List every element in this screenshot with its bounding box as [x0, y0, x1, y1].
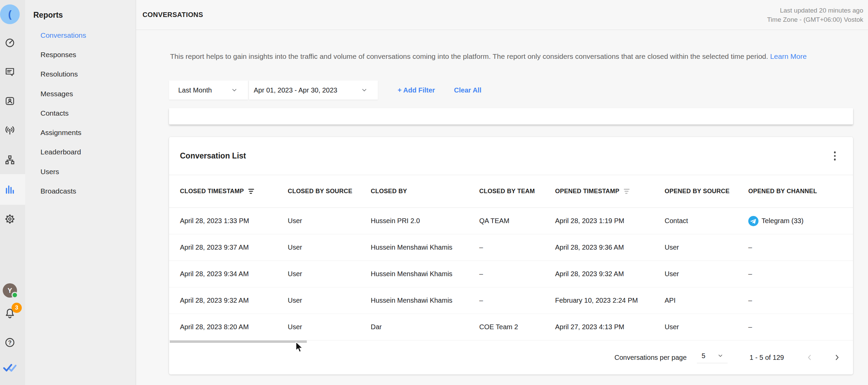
reports-icon[interactable] — [4, 184, 16, 195]
notifications-bell-icon[interactable]: 3 — [4, 307, 16, 320]
col-closed-by: CLOSED BY — [371, 188, 479, 195]
col-opened-by-channel: OPENED BY CHANNEL — [748, 188, 853, 195]
period-dropdown[interactable]: Last Month — [169, 81, 248, 100]
chevron-down-icon — [717, 353, 723, 359]
settings-gear-icon[interactable] — [4, 213, 16, 225]
col-closed-by-source: CLOSED BY SOURCE — [288, 188, 371, 195]
kebab-menu-icon[interactable] — [832, 149, 838, 163]
reports-sidebar: Reports Conversations Responses Resoluti… — [25, 0, 136, 385]
nav-item-leaderboard[interactable]: Leaderboard — [40, 143, 132, 162]
channel-cell: Telegram (33) — [748, 216, 853, 226]
table-row: April 28, 2023 9:32 AM User Hussein Mens… — [169, 287, 853, 314]
next-page-button[interactable] — [833, 353, 841, 362]
report-nav-list: Conversations Responses Resolutions Mess… — [40, 26, 132, 201]
chevron-down-icon — [231, 87, 238, 94]
page-title: CONVERSATIONS — [143, 11, 203, 19]
dashboard-icon[interactable] — [4, 37, 16, 49]
page-size-select[interactable]: 5 — [697, 352, 728, 363]
notification-badge: 3 — [12, 303, 22, 313]
per-page-label: Conversations per page — [614, 354, 686, 362]
table-row: April 28, 2023 9:34 AM User Hussein Mens… — [169, 261, 853, 287]
pagination-range: 1 - 5 of 129 — [750, 354, 784, 362]
date-range-value: Apr 01, 2023 - Apr 30, 2023 — [254, 86, 337, 94]
learn-more-link[interactable]: Learn More — [770, 52, 806, 60]
icon-rail: ( — [0, 0, 25, 385]
nav-item-responses[interactable]: Responses — [40, 45, 132, 64]
mouse-cursor — [295, 341, 304, 353]
card-title: Conversation List — [180, 151, 246, 161]
table-row: April 28, 2023 9:37 AM User Hussein Mens… — [169, 234, 853, 261]
sidebar-title: Reports — [33, 11, 63, 20]
date-range-dropdown[interactable]: Apr 01, 2023 - Apr 30, 2023 — [249, 81, 378, 100]
user-avatar-initial: Y — [7, 287, 12, 295]
nav-item-resolutions[interactable]: Resolutions — [40, 65, 132, 84]
nav-item-users[interactable]: Users — [40, 162, 132, 181]
sort-inactive-icon[interactable] — [624, 189, 630, 194]
col-closed-by-team: CLOSED BY TEAM — [479, 188, 555, 195]
page-header: CONVERSATIONS Last updated 20 minutes ag… — [136, 0, 868, 30]
contacts-icon[interactable] — [4, 96, 16, 107]
telegram-icon — [748, 216, 758, 226]
workspace-avatar-initial: ( — [0, 4, 20, 24]
page-size-value: 5 — [702, 352, 705, 360]
col-closed-timestamp: CLOSED TIMESTAMP — [180, 188, 288, 195]
card-header: Conversation List — [169, 137, 853, 175]
report-description: This report helps to gain insights into … — [170, 50, 847, 63]
table-row: April 28, 2023 1:33 PM User Hussein PRI … — [169, 208, 853, 234]
nav-item-conversations[interactable]: Conversations — [40, 26, 132, 45]
svg-text:?: ? — [8, 339, 12, 346]
filter-bar: Last Month Apr 01, 2023 - Apr 30, 2023 +… — [169, 81, 481, 100]
add-filter-button[interactable]: + Add Filter — [398, 86, 435, 94]
nav-item-assignments[interactable]: Assignments — [40, 123, 132, 142]
help-icon[interactable]: ? — [4, 337, 16, 348]
pagination-bar: Conversations per page 5 1 - 5 of 129 — [169, 340, 853, 374]
last-updated-text: Last updated 20 minutes ago — [767, 6, 863, 15]
chevron-left-icon — [805, 353, 814, 362]
nav-item-messages[interactable]: Messages — [40, 84, 132, 103]
table-row: April 28, 2023 8:20 AM User Dar COE Team… — [169, 314, 853, 340]
broadcast-icon[interactable] — [4, 124, 16, 136]
messages-icon[interactable] — [4, 66, 16, 78]
period-value: Last Month — [178, 86, 212, 94]
header-meta: Last updated 20 minutes ago Time Zone - … — [767, 6, 863, 24]
chevron-right-icon — [833, 353, 841, 362]
chevron-down-icon — [361, 87, 368, 94]
brand-logo-double-check-icon — [3, 362, 17, 373]
previous-card-bottom-edge — [169, 108, 853, 124]
workflows-icon[interactable] — [4, 154, 16, 166]
online-status-dot — [12, 292, 18, 298]
sort-descending-icon[interactable] — [248, 189, 254, 194]
workspace-avatar[interactable]: ( — [0, 4, 20, 24]
timezone-text: Time Zone - (GMT+06:00) Vostok — [767, 15, 863, 24]
nav-item-contacts[interactable]: Contacts — [40, 103, 132, 123]
table-header-row: CLOSED TIMESTAMP CLOSED BY SOURCE CLOSED… — [169, 175, 853, 208]
col-opened-by-source: OPENED BY SOURCE — [665, 188, 748, 195]
conversation-list-card: Conversation List CLOSED TIMESTAMP CLOSE… — [169, 137, 853, 374]
clear-all-button[interactable]: Clear All — [454, 86, 481, 94]
col-opened-timestamp: OPENED TIMESTAMP — [555, 188, 665, 195]
previous-page-button[interactable] — [805, 353, 814, 362]
user-avatar[interactable]: Y — [3, 283, 17, 298]
nav-item-broadcasts[interactable]: Broadcasts — [40, 181, 132, 201]
